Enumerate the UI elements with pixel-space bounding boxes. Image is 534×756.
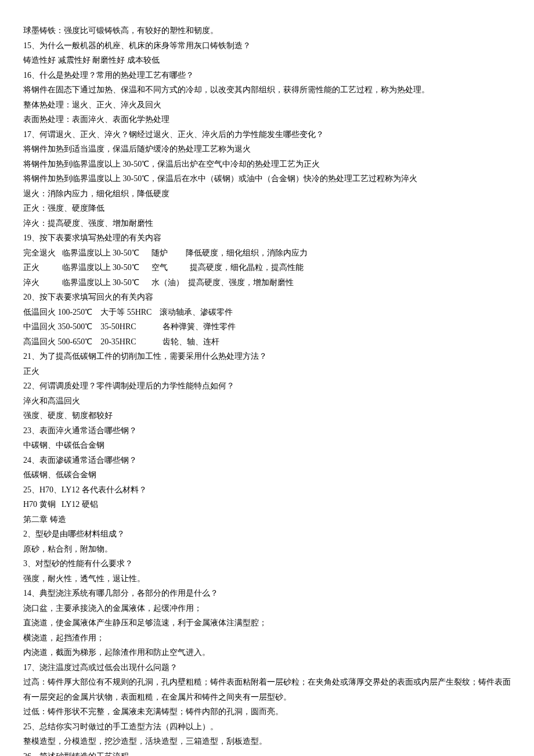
- text-line: 高温回火 500-650℃ 20-35HRC 齿轮、轴、连杆: [23, 334, 511, 350]
- document-content: 球墨铸铁：强度比可锻铸铁高，有较好的塑性和韧度。15、为什么一般机器的机座、机床…: [23, 23, 511, 756]
- text-line: 22、何谓调质处理？零件调制处理后的力学性能特点如何？: [23, 379, 511, 394]
- text-line: 低碳钢、低碳合金钢: [23, 467, 511, 483]
- text-line: 17、浇注温度过高或过低会出现什么问题？: [23, 660, 511, 675]
- text-line: 过低：铸件形状不完整，金属液未充满铸型；铸件内部的孔洞，圆而亮。: [23, 704, 511, 719]
- text-line: 淬火 临界温度以上 30-50℃ 水（油） 提高硬度、强度，增加耐磨性: [23, 275, 511, 290]
- text-line: 过高：铸件厚大部位有不规则的孔洞，孔内壁粗糙；铸件表面粘附着一层砂粒；在夹角处或…: [23, 675, 511, 704]
- text-line: 球墨铸铁：强度比可锻铸铁高，有较好的塑性和韧度。: [23, 23, 511, 38]
- text-line: 25、H70、LY12 各代表什么材料？: [23, 483, 511, 498]
- text-line: 淬火和高温回火: [23, 394, 511, 409]
- text-line: 中碳钢、中碳低合金钢: [23, 438, 511, 453]
- text-line: 内浇道，截面为梯形，起除渣作用和防止空气进入。: [23, 645, 511, 660]
- text-line: 直浇道，使金属液体产生静压和足够流速，利于金属液体注满型腔；: [23, 615, 511, 631]
- text-line: 将钢件在固态下通过加热、保温和不同方式的冷却，以改变其内部组织，获得所需性能的工…: [23, 82, 511, 98]
- text-line: 退火：消除内应力，细化组织，降低硬度: [23, 186, 511, 201]
- text-line: 23、表面淬火通常适合哪些钢？: [23, 423, 511, 438]
- text-line: 将钢件加热到临界温度以上 30-50℃，保温后在水中（碳钢）或油中（合金钢）快冷…: [23, 171, 511, 186]
- text-line: 26、简述砂型铸造的工艺流程。: [23, 749, 511, 757]
- text-line: 淬火：提高硬度、强度、增加耐磨性: [23, 216, 511, 231]
- text-line: 15、为什么一般机器的机座、机床的床身等常用灰口铸铁制造？: [23, 38, 511, 53]
- text-line: 将钢件加热到临界温度以上 30-50℃，保温后出炉在空气中冷却的热处理工艺为正火: [23, 157, 511, 172]
- text-line: 16、什么是热处理？常用的热处理工艺有哪些？: [23, 68, 511, 83]
- text-line: 浇口盆，主要承接浇入的金属液体，起缓冲作用；: [23, 601, 511, 616]
- text-line: 低温回火 100-250℃ 大于等 55HRC 滚动轴承、渗碳零件: [23, 305, 511, 320]
- text-line: 正火 临界温度以上 30-50℃ 空气 提高硬度，细化晶粒，提高性能: [23, 260, 511, 275]
- text-line: 2、型砂是由哪些材料组成？: [23, 527, 511, 542]
- text-line: 正火: [23, 364, 511, 379]
- text-line: 17、何谓退火、正火、淬火？钢经过退火、正火、淬火后的力学性能发生哪些变化？: [23, 127, 511, 142]
- text-line: 原砂，粘合剂，附加物。: [23, 542, 511, 557]
- text-line: 强度，耐火性，透气性，退让性。: [23, 571, 511, 586]
- text-line: 第二章 铸造: [23, 512, 511, 527]
- text-line: 整体热处理：退火、正火、淬火及回火: [23, 98, 511, 113]
- text-line: 19、按下表要求填写热处理的有关内容: [23, 231, 511, 246]
- text-line: 将钢件加热到适当温度，保温后随炉缓冷的热处理工艺称为退火: [23, 142, 511, 157]
- text-line: 整模造型，分模造型，挖沙造型，活块造型，三箱造型，刮板造型。: [23, 734, 511, 749]
- text-line: 20、按下表要求填写回火的有关内容: [23, 290, 511, 305]
- text-line: 横浇道，起挡渣作用；: [23, 631, 511, 646]
- text-line: 中温回火 350-500℃ 35-50HRC 各种弹簧、弹性零件: [23, 319, 511, 334]
- text-line: 24、表面渗碳通常适合哪些钢？: [23, 453, 511, 468]
- text-line: 25、总结你实习时做过的手工造型方法（四种以上）。: [23, 719, 511, 735]
- text-line: 3、对型砂的性能有什么要求？: [23, 556, 511, 571]
- text-line: 14、典型浇注系统有哪几部分，各部分的作用是什么？: [23, 586, 511, 601]
- text-line: 完全退火 临界温度以上 30-50℃ 随炉 降低硬度，细化组织，消除内应力: [23, 246, 511, 261]
- text-line: H70 黄铜 LY12 硬铝: [23, 497, 511, 512]
- text-line: 正火：强度、硬度降低: [23, 201, 511, 216]
- text-line: 表面热处理：表面淬火、表面化学热处理: [23, 112, 511, 127]
- text-line: 铸造性好 减震性好 耐磨性好 成本较低: [23, 53, 511, 68]
- text-line: 21、为了提高低碳钢工件的切削加工性，需要采用什么热处理方法？: [23, 349, 511, 364]
- text-line: 强度、硬度、韧度都较好: [23, 408, 511, 423]
